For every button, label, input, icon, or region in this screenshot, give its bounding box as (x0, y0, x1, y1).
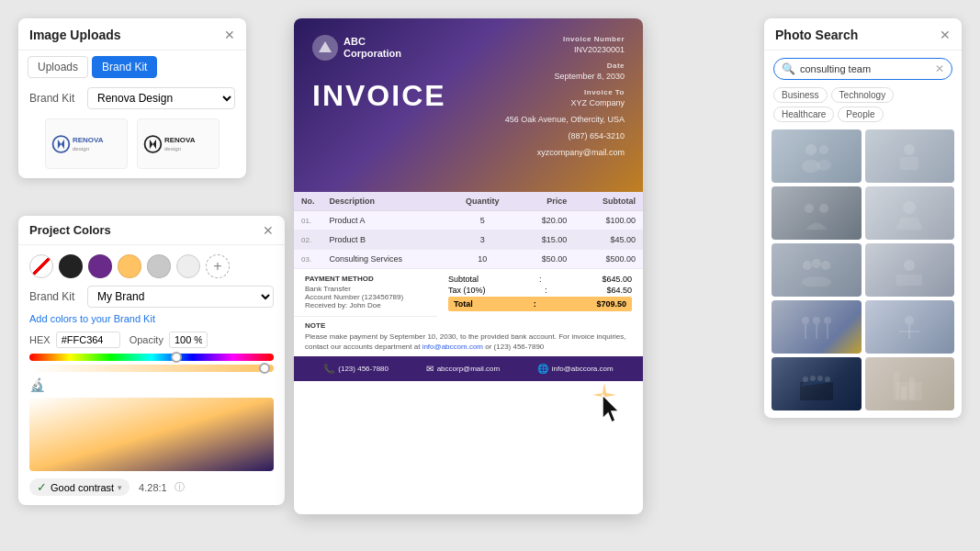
svg-point-18 (821, 261, 830, 270)
svg-text:design: design (164, 145, 182, 152)
add-colors-link[interactable]: Add colors to your Brand Kit (29, 313, 274, 324)
svg-point-10 (817, 160, 831, 171)
photo-item[interactable] (772, 300, 862, 354)
eyedropper-row: 🔬 (29, 377, 274, 392)
filter-tag-people[interactable]: People (838, 107, 883, 122)
contrast-check-icon: ✓ (37, 480, 47, 494)
swatch-light-gray[interactable] (147, 254, 171, 278)
photo-item[interactable] (865, 357, 955, 410)
image-uploads-content: Brand Kit Renova Design RENOVA design RE… (18, 78, 246, 178)
photo-item[interactable] (772, 243, 862, 297)
svg-point-7 (805, 144, 817, 155)
photo-item[interactable] (772, 186, 862, 240)
photo-item[interactable] (865, 186, 955, 240)
invoice-to-label: Invoice To (505, 88, 625, 96)
chevron-down-icon: ▾ (118, 483, 122, 492)
totals-section: Subtotal : $645.00 Tax (10%) : $64.50 To… (437, 269, 643, 317)
image-uploads-tabs: Uploads Brand Kit (18, 51, 246, 78)
invoice-to-company: XYZ Company (505, 98, 625, 107)
svg-point-16 (803, 261, 812, 270)
invoice-to-phone: (887) 654-3210 (505, 131, 625, 141)
table-row: 03. Consulting Services 10 $50.00 $500.0… (294, 250, 643, 269)
note-email: info@abccom.com (422, 343, 483, 351)
note-section: NOTE Please make payment by September 10… (294, 317, 643, 356)
total-label: Total (454, 299, 473, 309)
tax-label: Tax (10%) (448, 286, 486, 295)
color-gradient-picker[interactable] (29, 398, 274, 471)
invoice-to-email: xyzcompany@mail.com (505, 148, 625, 157)
brand-kit-row2: Brand Kit My Brand (29, 286, 274, 308)
email-icon: ✉ (426, 364, 434, 374)
filter-tag-healthcare[interactable]: Healthcare (773, 107, 834, 122)
footer-phone: (123) 456-7880 (338, 365, 389, 373)
svg-point-9 (819, 145, 828, 154)
opacity-input[interactable] (169, 332, 208, 348)
svg-point-13 (805, 204, 814, 213)
filter-tag-technology[interactable]: Technology (831, 87, 895, 103)
saturation-slider[interactable] (29, 365, 274, 372)
image-uploads-close-button[interactable]: ✕ (224, 28, 235, 41)
color-swatches-row: + (29, 254, 274, 278)
search-input[interactable] (800, 63, 930, 74)
filter-tag-business[interactable]: Business (773, 87, 828, 103)
image-uploads-title: Image Uploads (29, 28, 121, 42)
hue-slider[interactable] (29, 354, 274, 361)
photo-item[interactable] (772, 357, 862, 410)
photo-item[interactable] (865, 300, 955, 354)
account-number: Account Number (123456789) (305, 293, 426, 301)
search-clear-icon[interactable]: ✕ (935, 62, 944, 75)
swatch-gold[interactable] (118, 254, 141, 278)
project-colors-close-button[interactable]: ✕ (263, 224, 274, 237)
swatch-purple[interactable] (88, 254, 112, 278)
photo-search-header: Photo Search ✕ (764, 18, 962, 51)
tax-row: Tax (10%) : $64.50 (448, 286, 632, 295)
tab-brand-kit[interactable]: Brand Kit (92, 56, 157, 78)
search-bar[interactable]: 🔍 ✕ (773, 58, 952, 80)
brand-kit-select[interactable]: Renova Design (87, 87, 235, 109)
invoice-header: ABC Corporation INVOICE Invoice Number I… (294, 18, 643, 192)
svg-point-17 (812, 259, 821, 268)
svg-point-11 (904, 144, 915, 155)
filter-tags: Business Technology Healthcare People (764, 87, 962, 129)
invoice-right-info: Invoice Number INV20230001 Date Septembe… (505, 35, 625, 164)
row3-qty: 10 (448, 250, 517, 269)
swatch-black[interactable] (59, 254, 83, 278)
row2-no: 02. (294, 231, 322, 250)
phone-icon: 📞 (323, 364, 334, 374)
svg-point-24 (824, 317, 831, 324)
contrast-badge: ✓ Good contrast ▾ (29, 478, 130, 496)
brand-kit-select2[interactable]: My Brand (87, 286, 274, 308)
total-row-highlight: Total : $709.50 (448, 297, 632, 311)
hex-label: HEX (29, 334, 51, 345)
footer-email-item: ✉ abccorp@mail.com (426, 364, 501, 374)
invoice-to-address: 456 Oak Avenue, Othercity, USA (505, 115, 625, 124)
row3-subtotal: $500.00 (574, 250, 643, 269)
subtotal-value: $645.00 (602, 275, 632, 284)
photo-search-title: Photo Search (775, 28, 858, 42)
svg-text:RENOVA: RENOVA (73, 136, 104, 144)
svg-text:RENOVA: RENOVA (164, 136, 196, 144)
payment-method-label: PAYMENT METHOD (305, 275, 426, 283)
note-title: NOTE (305, 321, 632, 330)
photo-item[interactable] (865, 243, 955, 297)
tab-uploads[interactable]: Uploads (28, 56, 88, 78)
svg-rect-21 (896, 275, 922, 286)
add-swatch-button[interactable]: + (206, 254, 230, 278)
swatch-transparent[interactable] (29, 254, 53, 278)
photo-item[interactable] (772, 129, 862, 183)
row1-desc: Product A (322, 211, 448, 231)
svg-point-20 (904, 260, 915, 271)
col-no: No. (294, 192, 322, 211)
photo-grid (764, 129, 962, 418)
swatch-white-gray[interactable] (176, 254, 200, 278)
row1-qty: 5 (448, 211, 517, 231)
invoice-number-value: INV20230001 (505, 45, 625, 54)
photo-item[interactable] (865, 129, 955, 183)
col-description: Description (322, 192, 448, 211)
abc-logo-text: ABC Corporation (344, 36, 401, 60)
eyedropper-icon[interactable]: 🔬 (29, 377, 45, 392)
invoice-table-section: No. Description Quantity Price Subtotal … (294, 192, 643, 269)
photo-search-close-button[interactable]: ✕ (940, 28, 951, 41)
hex-input[interactable] (56, 332, 120, 348)
invoice-footer: 📞 (123) 456-7880 ✉ abccorp@mail.com 🌐 in… (294, 356, 643, 381)
